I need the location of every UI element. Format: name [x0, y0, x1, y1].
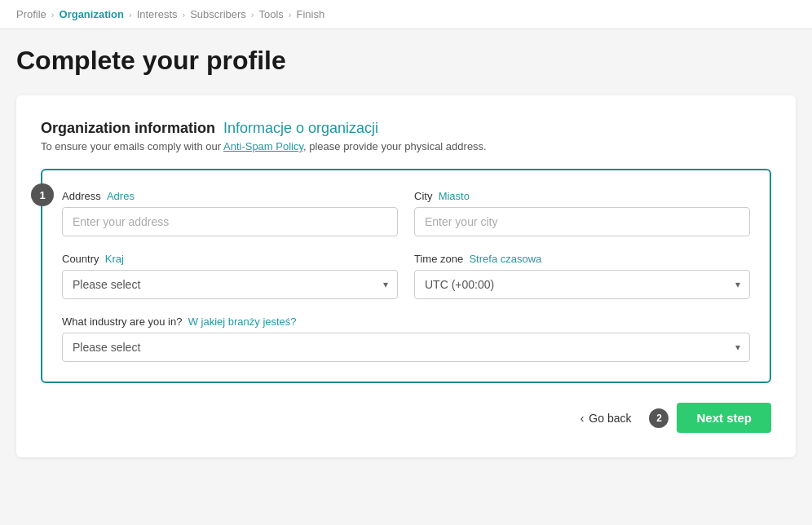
address-label: Address Adres — [62, 190, 398, 202]
country-select-wrapper: Please select ▾ — [62, 270, 398, 299]
next-step-button[interactable]: Next step — [677, 403, 771, 433]
timezone-select-wrapper: UTC (+00:00) ▾ — [414, 270, 750, 299]
city-input[interactable] — [414, 207, 750, 236]
breadcrumb-sep-4: › — [251, 10, 254, 20]
form-wrapper: 1 Address Adres City Miasto — [41, 169, 771, 383]
industry-label: What industry are you in? W jakiej branż… — [62, 315, 750, 328]
country-label: Country Kraj — [62, 253, 398, 265]
timezone-select[interactable]: UTC (+00:00) — [414, 270, 750, 299]
breadcrumb-subscribers[interactable]: Subscribers — [190, 8, 246, 20]
go-back-arrow-icon: ‹ — [580, 412, 585, 425]
breadcrumb-tools[interactable]: Tools — [259, 8, 284, 20]
breadcrumb-finish[interactable]: Finish — [297, 8, 325, 20]
country-select[interactable]: Please select — [62, 270, 398, 299]
industry-group: What industry are you in? W jakiej branż… — [62, 315, 750, 362]
section-title-main: Organization information — [41, 120, 215, 136]
footer-actions: ‹ Go back 2 Next step — [41, 403, 771, 433]
city-group: City Miasto — [414, 190, 750, 236]
industry-select[interactable]: Please select — [62, 333, 750, 362]
antispam-link[interactable]: Anti-Spam Policy — [223, 140, 303, 152]
section-title: Organization information Informacje o or… — [41, 120, 771, 137]
breadcrumb-sep-1: › — [51, 10, 55, 20]
country-timezone-row: Country Kraj Please select ▾ Time zone S… — [62, 253, 750, 299]
go-back-button[interactable]: ‹ Go back — [571, 405, 642, 431]
step-badge-1: 1 — [31, 183, 54, 206]
timezone-group: Time zone Strefa czasowa UTC (+00:00) ▾ — [414, 253, 750, 299]
address-city-row: Address Adres City Miasto — [62, 190, 750, 236]
timezone-label: Time zone Strefa czasowa — [414, 253, 750, 265]
breadcrumb-organization[interactable]: Organization — [60, 8, 124, 20]
industry-row: What industry are you in? W jakiej branż… — [62, 315, 750, 362]
address-input[interactable] — [62, 207, 398, 236]
breadcrumb-sep-2: › — [129, 10, 132, 20]
go-back-label: Go back — [589, 412, 631, 425]
country-group: Country Kraj Please select ▾ — [62, 253, 398, 299]
city-label: City Miasto — [414, 190, 750, 202]
section-title-translated: Informacje o organizacji — [223, 120, 378, 136]
industry-select-wrapper: Please select ▾ — [62, 333, 750, 362]
subtitle: To ensure your emails comply with our An… — [41, 140, 771, 152]
main-card: Organization information Informacje o or… — [16, 95, 796, 457]
breadcrumb-interests[interactable]: Interests — [137, 8, 178, 20]
step-badge-2: 2 — [649, 408, 669, 428]
address-group: Address Adres — [62, 190, 398, 236]
breadcrumb-sep-5: › — [289, 10, 292, 20]
breadcrumb: Profile › Organization › Interests › Sub… — [0, 0, 812, 29]
breadcrumb-sep-3: › — [183, 10, 186, 20]
breadcrumb-profile[interactable]: Profile — [16, 8, 46, 20]
page-title: Complete your profile — [16, 46, 796, 76]
